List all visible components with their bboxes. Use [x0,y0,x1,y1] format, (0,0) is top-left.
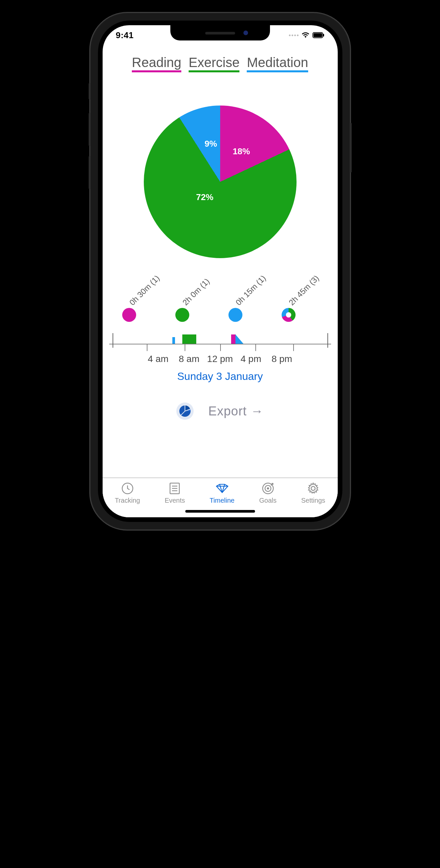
svg-point-15 [311,487,315,490]
tab-events-label: Events [165,497,185,504]
pie-label-reading: 18% [233,146,250,157]
chip-exercise[interactable]: 2h 0m (1) [175,285,212,322]
tab-events[interactable]: Events [165,482,185,504]
chip-exercise-dot [175,308,189,322]
tab-tracking-label: Tracking [115,497,140,504]
pie-label-meditation: 9% [205,139,217,149]
diamond-icon [215,482,229,495]
timeline-bar-meditation [172,337,175,344]
phone-frame: 9:41 Reading [91,13,350,529]
svg-point-14 [267,488,269,489]
tab-timeline[interactable]: Timeline [209,482,234,504]
timeline-date[interactable]: Sunday 3 January [109,370,331,382]
tab-tracking[interactable]: Tracking [115,482,140,504]
clock-icon [121,482,135,495]
chip-reading[interactable]: 0h 30m (1) [122,285,159,322]
export-button[interactable]: Export → [208,404,263,418]
pie-chart-icon[interactable] [176,402,194,420]
timeline-bar-overlap [235,335,243,344]
notch [170,25,270,40]
legend-reading-label: Reading [132,55,181,70]
signal-dots-icon [289,34,298,36]
legend-meditation[interactable]: Meditation [247,55,308,72]
status-icons [289,32,324,38]
gear-icon [306,482,320,495]
chip-reading-label: 0h 30m (1) [127,273,162,307]
pie-label-exercise: 72% [196,192,213,203]
timeline-tick-labels: . 4 am 8 am 12 pm 4 pm 8 pm . [109,352,331,364]
svg-rect-1 [314,33,322,37]
home-indicator[interactable] [185,510,255,513]
screen: 9:41 Reading [102,25,338,517]
target-icon [261,482,275,495]
chip-exercise-label: 2h 0m (1) [181,277,211,307]
tab-timeline-label: Timeline [209,497,234,504]
chip-total-label: 2h 45m (3) [287,273,321,307]
tab-settings[interactable]: Settings [301,482,325,504]
timeline-bar-reading [231,335,236,344]
export-row: Export → [102,402,338,420]
tab-goals-label: Goals [259,497,276,504]
chip-total-donut [282,308,296,322]
battery-icon [313,32,324,38]
timeline-axis[interactable]: . 4 am 8 am 12 pm 4 pm 8 pm . Sunday 3 J… [102,333,338,382]
status-time: 9:41 [116,30,134,40]
category-legend: Reading Exercise Meditation [102,55,338,72]
pie-chart[interactable]: 18% 72% 9% [102,105,338,258]
legend-exercise[interactable]: Exercise [188,55,239,72]
legend-reading[interactable]: Reading [132,55,181,72]
legend-meditation-label: Meditation [247,55,308,70]
legend-exercise-label: Exercise [188,55,239,70]
list-icon [168,482,182,495]
svg-rect-2 [323,34,324,36]
chip-meditation-dot [229,308,242,322]
timeline-bar-exercise [182,335,196,344]
chip-meditation-label: 0h 15m (1) [234,273,268,307]
chip-total[interactable]: 2h 45m (3) [282,285,318,322]
chip-reading-dot [122,308,136,322]
wifi-icon [301,32,310,38]
chip-meditation[interactable]: 0h 15m (1) [229,285,265,322]
duration-chips: 0h 30m (1) 2h 0m (1) 0h 15m (1) 2h 45m (… [102,285,338,322]
tab-settings-label: Settings [301,497,325,504]
tab-goals[interactable]: Goals [259,482,276,504]
